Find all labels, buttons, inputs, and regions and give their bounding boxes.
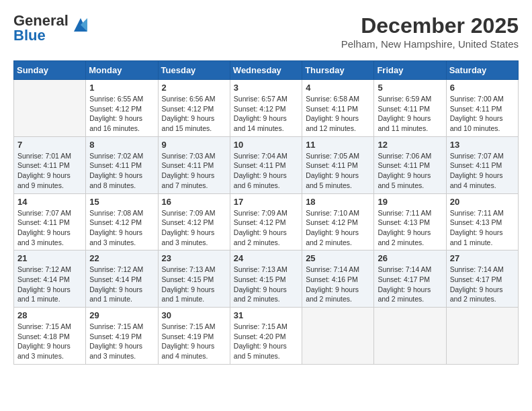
calendar-week-row: 1Sunrise: 6:55 AMSunset: 4:12 PMDaylight… bbox=[14, 80, 519, 137]
calendar-week-row: 21Sunrise: 7:12 AMSunset: 4:14 PMDayligh… bbox=[14, 250, 519, 308]
calendar-cell: 1Sunrise: 6:55 AMSunset: 4:12 PMDaylight… bbox=[86, 80, 158, 137]
day-number: 26 bbox=[378, 253, 442, 263]
day-info: Sunrise: 7:05 AMSunset: 4:11 PMDaylight:… bbox=[306, 151, 370, 191]
calendar-cell: 9Sunrise: 7:03 AMSunset: 4:11 PMDaylight… bbox=[158, 136, 230, 193]
day-number: 11 bbox=[306, 140, 370, 150]
logo: GeneralBlue bbox=[13, 13, 90, 43]
day-info: Sunrise: 7:11 AMSunset: 4:13 PMDaylight:… bbox=[450, 208, 515, 248]
calendar-cell: 18Sunrise: 7:10 AMSunset: 4:12 PMDayligh… bbox=[302, 193, 374, 250]
calendar-cell: 16Sunrise: 7:09 AMSunset: 4:12 PMDayligh… bbox=[158, 193, 230, 250]
calendar-week-row: 14Sunrise: 7:07 AMSunset: 4:11 PMDayligh… bbox=[14, 193, 519, 250]
calendar-cell: 30Sunrise: 7:15 AMSunset: 4:19 PMDayligh… bbox=[158, 308, 230, 365]
day-number: 31 bbox=[234, 310, 298, 320]
day-info: Sunrise: 7:12 AMSunset: 4:14 PMDaylight:… bbox=[17, 265, 82, 304]
calendar-cell bbox=[14, 80, 86, 137]
calendar-cell: 3Sunrise: 6:57 AMSunset: 4:12 PMDaylight… bbox=[230, 80, 302, 137]
calendar-cell: 11Sunrise: 7:05 AMSunset: 4:11 PMDayligh… bbox=[302, 136, 374, 193]
day-info: Sunrise: 6:56 AMSunset: 4:12 PMDaylight:… bbox=[162, 94, 226, 134]
day-info: Sunrise: 7:11 AMSunset: 4:13 PMDaylight:… bbox=[378, 208, 442, 248]
day-info: Sunrise: 7:07 AMSunset: 4:11 PMDaylight:… bbox=[450, 151, 515, 191]
calendar-cell: 2Sunrise: 6:56 AMSunset: 4:12 PMDaylight… bbox=[158, 80, 230, 137]
day-info: Sunrise: 6:58 AMSunset: 4:11 PMDaylight:… bbox=[306, 94, 370, 134]
calendar-header-thursday: Thursday bbox=[302, 61, 374, 80]
calendar-header-sunday: Sunday bbox=[14, 61, 86, 80]
day-info: Sunrise: 6:55 AMSunset: 4:12 PMDaylight:… bbox=[89, 94, 154, 134]
calendar-cell: 10Sunrise: 7:04 AMSunset: 4:11 PMDayligh… bbox=[230, 136, 302, 193]
day-info: Sunrise: 7:15 AMSunset: 4:20 PMDaylight:… bbox=[234, 322, 298, 361]
day-number: 22 bbox=[89, 253, 154, 263]
calendar-header-monday: Monday bbox=[86, 61, 158, 80]
calendar-cell: 15Sunrise: 7:08 AMSunset: 4:12 PMDayligh… bbox=[86, 193, 158, 250]
calendar-header-tuesday: Tuesday bbox=[158, 61, 230, 80]
day-number: 4 bbox=[306, 83, 370, 93]
calendar-week-row: 7Sunrise: 7:01 AMSunset: 4:11 PMDaylight… bbox=[14, 136, 519, 193]
calendar-cell: 31Sunrise: 7:15 AMSunset: 4:20 PMDayligh… bbox=[230, 308, 302, 365]
title-section: December 2025 Pelham, New Hampshire, Uni… bbox=[341, 13, 519, 50]
day-number: 12 bbox=[378, 140, 442, 150]
day-number: 28 bbox=[17, 310, 82, 320]
day-number: 7 bbox=[17, 140, 82, 150]
day-info: Sunrise: 7:04 AMSunset: 4:11 PMDaylight:… bbox=[234, 151, 298, 191]
day-number: 9 bbox=[162, 140, 226, 150]
day-number: 6 bbox=[450, 83, 515, 93]
day-info: Sunrise: 7:13 AMSunset: 4:15 PMDaylight:… bbox=[162, 265, 226, 304]
calendar-header-friday: Friday bbox=[374, 61, 446, 80]
calendar-cell: 20Sunrise: 7:11 AMSunset: 4:13 PMDayligh… bbox=[446, 193, 518, 250]
calendar-cell: 6Sunrise: 7:00 AMSunset: 4:11 PMDaylight… bbox=[446, 80, 518, 137]
day-info: Sunrise: 7:10 AMSunset: 4:12 PMDaylight:… bbox=[306, 208, 370, 248]
calendar-cell: 17Sunrise: 7:09 AMSunset: 4:12 PMDayligh… bbox=[230, 193, 302, 250]
day-number: 23 bbox=[162, 253, 226, 263]
day-info: Sunrise: 7:02 AMSunset: 4:11 PMDaylight:… bbox=[89, 151, 154, 191]
location-title: Pelham, New Hampshire, United States bbox=[341, 38, 519, 50]
day-number: 5 bbox=[378, 83, 442, 93]
day-number: 13 bbox=[450, 140, 515, 150]
calendar-cell: 12Sunrise: 7:06 AMSunset: 4:11 PMDayligh… bbox=[374, 136, 446, 193]
calendar-header-saturday: Saturday bbox=[446, 61, 518, 80]
day-number: 21 bbox=[17, 253, 82, 263]
calendar-cell bbox=[302, 308, 374, 365]
calendar-cell: 5Sunrise: 6:59 AMSunset: 4:11 PMDaylight… bbox=[374, 80, 446, 137]
day-number: 30 bbox=[162, 310, 226, 320]
calendar-cell: 27Sunrise: 7:14 AMSunset: 4:17 PMDayligh… bbox=[446, 250, 518, 308]
calendar-cell: 13Sunrise: 7:07 AMSunset: 4:11 PMDayligh… bbox=[446, 136, 518, 193]
day-number: 16 bbox=[162, 197, 226, 207]
page-header: GeneralBlue December 2025 Pelham, New Ha… bbox=[13, 13, 519, 50]
day-info: Sunrise: 7:09 AMSunset: 4:12 PMDaylight:… bbox=[162, 208, 226, 248]
day-info: Sunrise: 6:59 AMSunset: 4:11 PMDaylight:… bbox=[378, 94, 442, 134]
calendar-week-row: 28Sunrise: 7:15 AMSunset: 4:18 PMDayligh… bbox=[14, 308, 519, 365]
day-info: Sunrise: 7:09 AMSunset: 4:12 PMDaylight:… bbox=[234, 208, 298, 248]
calendar-cell: 29Sunrise: 7:15 AMSunset: 4:19 PMDayligh… bbox=[86, 308, 158, 365]
day-number: 18 bbox=[306, 197, 370, 207]
day-info: Sunrise: 6:57 AMSunset: 4:12 PMDaylight:… bbox=[234, 94, 298, 134]
calendar-cell bbox=[446, 308, 518, 365]
calendar-cell: 23Sunrise: 7:13 AMSunset: 4:15 PMDayligh… bbox=[158, 250, 230, 308]
day-info: Sunrise: 7:14 AMSunset: 4:16 PMDaylight:… bbox=[306, 265, 370, 304]
calendar-cell: 8Sunrise: 7:02 AMSunset: 4:11 PMDaylight… bbox=[86, 136, 158, 193]
logo-text: GeneralBlue bbox=[13, 13, 69, 43]
day-number: 14 bbox=[17, 197, 82, 207]
calendar-header-wednesday: Wednesday bbox=[230, 61, 302, 80]
calendar-cell: 21Sunrise: 7:12 AMSunset: 4:14 PMDayligh… bbox=[14, 250, 86, 308]
calendar-cell: 28Sunrise: 7:15 AMSunset: 4:18 PMDayligh… bbox=[14, 308, 86, 365]
day-number: 8 bbox=[89, 140, 154, 150]
calendar-cell: 7Sunrise: 7:01 AMSunset: 4:11 PMDaylight… bbox=[14, 136, 86, 193]
day-info: Sunrise: 7:07 AMSunset: 4:11 PMDaylight:… bbox=[17, 208, 82, 248]
calendar-cell: 26Sunrise: 7:14 AMSunset: 4:17 PMDayligh… bbox=[374, 250, 446, 308]
day-number: 1 bbox=[89, 83, 154, 93]
day-info: Sunrise: 7:00 AMSunset: 4:11 PMDaylight:… bbox=[450, 94, 515, 134]
calendar-cell: 22Sunrise: 7:12 AMSunset: 4:14 PMDayligh… bbox=[86, 250, 158, 308]
calendar-header-row: SundayMondayTuesdayWednesdayThursdayFrid… bbox=[14, 61, 519, 80]
day-info: Sunrise: 7:01 AMSunset: 4:11 PMDaylight:… bbox=[17, 151, 82, 191]
calendar-table: SundayMondayTuesdayWednesdayThursdayFrid… bbox=[13, 60, 519, 365]
day-info: Sunrise: 7:14 AMSunset: 4:17 PMDaylight:… bbox=[378, 265, 442, 304]
day-number: 27 bbox=[450, 253, 515, 263]
day-number: 10 bbox=[234, 140, 298, 150]
day-number: 17 bbox=[234, 197, 298, 207]
day-info: Sunrise: 7:06 AMSunset: 4:11 PMDaylight:… bbox=[378, 151, 442, 191]
calendar-cell: 24Sunrise: 7:13 AMSunset: 4:15 PMDayligh… bbox=[230, 250, 302, 308]
calendar-cell: 14Sunrise: 7:07 AMSunset: 4:11 PMDayligh… bbox=[14, 193, 86, 250]
day-number: 19 bbox=[378, 197, 442, 207]
calendar-cell bbox=[374, 308, 446, 365]
day-info: Sunrise: 7:03 AMSunset: 4:11 PMDaylight:… bbox=[162, 151, 226, 191]
day-info: Sunrise: 7:14 AMSunset: 4:17 PMDaylight:… bbox=[450, 265, 515, 304]
